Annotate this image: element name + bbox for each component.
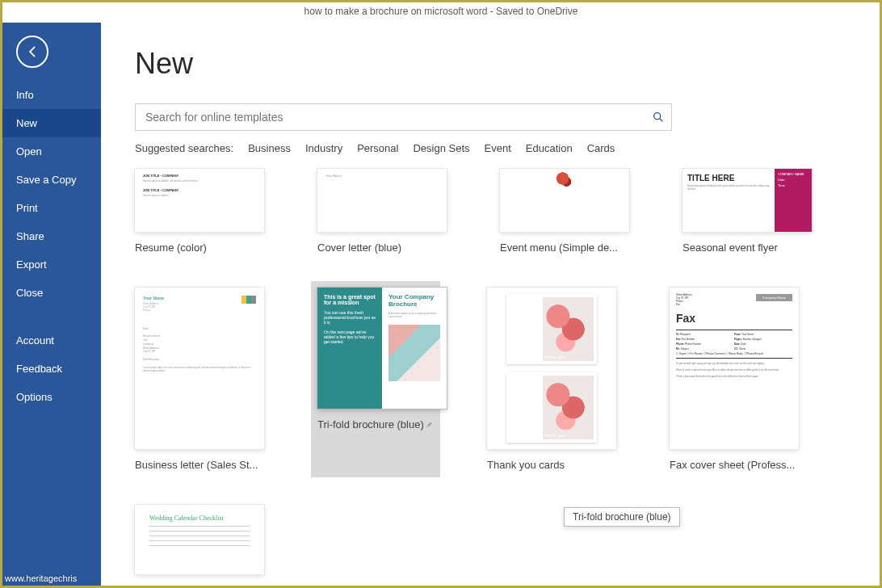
template-fax-cover[interactable]: Street AddressCity ST ZIPPhoneFaxCompany…	[670, 288, 799, 471]
template-gallery: JOB TITLE • COMPANYlorem ipsum dolor sit…	[135, 169, 848, 574]
template-caption: Event menu (Simple de...	[500, 242, 629, 254]
template-seasonal-flyer[interactable]: TITLE HEREEvent description heading lore…	[682, 169, 812, 254]
page-title: New	[135, 47, 848, 81]
template-event-menu[interactable]: Event menu (Simple de...	[500, 169, 629, 254]
suggested-link-business[interactable]: Business	[248, 142, 291, 154]
title-bar: how to make a brochure on microsoft word…	[0, 0, 882, 23]
sidebar-item-close[interactable]: Close	[0, 279, 101, 307]
suggested-link-event[interactable]: Event	[485, 142, 511, 154]
template-caption: Resume (color)	[135, 242, 264, 254]
sidebar-item-feedback[interactable]: Feedback	[0, 355, 101, 383]
document-title: how to make a brochure on microsoft word…	[304, 6, 578, 17]
back-button[interactable]	[16, 36, 48, 68]
sidebar-item-account[interactable]: Account	[0, 326, 101, 355]
suggested-link-cards[interactable]: Cards	[587, 142, 615, 154]
sidebar-item-share[interactable]: Share	[0, 222, 101, 250]
template-caption: Cover letter (blue)	[317, 242, 447, 254]
template-caption: Fax cover sheet (Profess...	[670, 459, 799, 471]
sidebar-item-options[interactable]: Options	[0, 383, 101, 411]
template-caption: Thank you cards	[487, 459, 616, 471]
suggested-link-education[interactable]: Education	[526, 142, 573, 154]
sidebar-item-open[interactable]: Open	[0, 137, 101, 166]
svg-line-1	[660, 119, 662, 121]
search-icon	[652, 111, 665, 124]
template-business-letter[interactable]: Your NameStreet AddressCity ST ZIPPhoneD…	[135, 288, 264, 471]
search-box	[135, 103, 672, 131]
suggested-link-design-sets[interactable]: Design Sets	[413, 142, 469, 154]
content-pane: New Suggested searches: Business Industr…	[101, 23, 882, 588]
sidebar-item-save-copy[interactable]: Save a Copy	[0, 166, 101, 194]
template-trifold-brochure[interactable]: This is a great spot for a missionYou ca…	[311, 281, 440, 477]
tooltip: Tri-fold brochure (blue)	[564, 507, 680, 527]
suggested-link-personal[interactable]: Personal	[357, 142, 398, 154]
suggested-link-industry[interactable]: Industry	[305, 142, 342, 154]
template-thank-you-cards[interactable]: thank youthank you Thank you cards	[487, 288, 616, 471]
watermark: www.heritagechris	[5, 573, 77, 583]
pin-icon[interactable]	[424, 420, 434, 430]
template-cover-letter-blue[interactable]: Your Name Cover letter (blue)	[317, 169, 447, 254]
template-caption: Tri-fold brochure (blue)	[317, 418, 434, 430]
sidebar-item-print[interactable]: Print	[0, 194, 101, 222]
suggested-searches: Suggested searches: Business Industry Pe…	[135, 142, 848, 154]
template-caption: Seasonal event flyer	[682, 242, 812, 254]
search-button[interactable]	[645, 104, 671, 130]
backstage-sidebar: Info New Open Save a Copy Print Share Ex…	[0, 23, 101, 588]
svg-point-0	[654, 113, 661, 120]
sidebar-item-new[interactable]: New	[0, 109, 101, 137]
template-caption: Business letter (Sales St...	[135, 459, 264, 471]
sidebar-item-export[interactable]: Export	[0, 250, 101, 279]
search-input[interactable]	[136, 104, 645, 130]
suggested-label: Suggested searches:	[135, 142, 233, 154]
template-resume-color[interactable]: JOB TITLE • COMPANYlorem ipsum dolor sit…	[135, 169, 264, 254]
arrow-left-icon	[24, 44, 40, 60]
template-wedding-checklist[interactable]: Wedding Calendar Checklist	[135, 505, 264, 574]
sidebar-item-info[interactable]: Info	[0, 81, 101, 109]
